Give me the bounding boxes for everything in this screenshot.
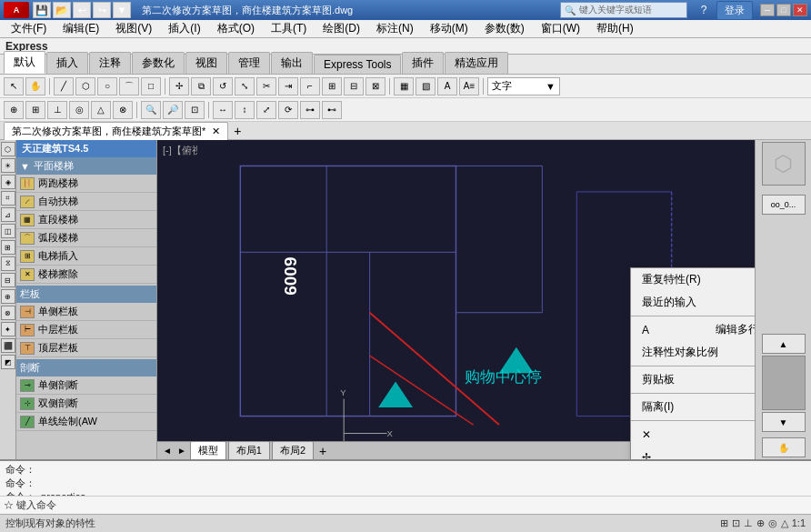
right-scroll-up[interactable]: ▲ [762, 334, 806, 354]
tab-express-tools[interactable]: Express Tools [314, 55, 401, 74]
menu-insert[interactable]: 插入(I) [161, 19, 207, 38]
tb2-extra5[interactable]: ⊶ [300, 101, 320, 119]
left-icon-2[interactable]: ☀ [1, 158, 15, 173]
tb-rotate[interactable]: ↺ [213, 77, 233, 95]
qa-undo[interactable]: ↪ [93, 2, 111, 18]
tb2-grid[interactable]: ⊞ [25, 101, 45, 119]
tb-select[interactable]: ↖ [4, 77, 24, 95]
tab-insert[interactable]: 插入 [46, 52, 88, 74]
menu-window[interactable]: 窗口(W) [534, 19, 587, 38]
tab-view[interactable]: 视图 [185, 52, 227, 74]
add-layout-button[interactable]: + [319, 444, 326, 458]
login-button[interactable]: 登录 [716, 1, 753, 20]
tb2-otrack[interactable]: ⊗ [113, 101, 133, 119]
tb-copy[interactable]: ⧉ [191, 77, 211, 95]
ctx-delete[interactable]: ✕ 删除 [631, 423, 755, 446]
model-tab-model[interactable]: 模型 [190, 441, 226, 459]
right-btn-1[interactable]: oo_0... [762, 195, 806, 215]
status-icon-1[interactable]: ⊞ [720, 517, 728, 529]
left-icon-12[interactable]: ✦ [1, 322, 15, 336]
qa-open[interactable]: 📂 [53, 2, 71, 18]
tb-trim[interactable]: ✂ [256, 77, 276, 95]
status-icon-6[interactable]: △ [781, 517, 788, 529]
tab-featured[interactable]: 精选应用 [445, 52, 508, 74]
tb-extend[interactable]: ⇥ [278, 77, 298, 95]
left-icon-11[interactable]: ⊗ [1, 306, 15, 320]
qa-dropdown[interactable]: ▼ [113, 2, 131, 18]
status-icon-4[interactable]: ⊕ [756, 517, 765, 529]
left-item-top-rail[interactable]: ⊤ 顶层栏板 [16, 339, 156, 357]
qa-save[interactable]: ↩ [73, 2, 91, 18]
left-icon-8[interactable]: ⧖ [1, 256, 15, 271]
model-tab-next[interactable]: ► [175, 446, 188, 456]
doc-tab-main[interactable]: 第二次修改方案草图，商住楼建筑方案草图* ✕ [4, 122, 228, 140]
left-item-single-cut[interactable]: ⊸ 单侧剖断 [16, 376, 156, 395]
left-icon-1[interactable]: ⬡ [1, 142, 15, 156]
tb2-ortho[interactable]: ⊥ [47, 101, 67, 119]
restore-button[interactable]: □ [776, 4, 791, 16]
help-icon[interactable]: ? [695, 3, 713, 17]
tab-parametric[interactable]: 参数化 [132, 52, 185, 74]
left-icon-7[interactable]: ⊞ [1, 240, 15, 255]
tb-mirror[interactable]: ⊠ [365, 77, 385, 95]
left-icon-5[interactable]: ⊿ [1, 207, 15, 222]
ctx-recent-input[interactable]: 最近的输入 ▶ [631, 291, 755, 314]
tb-array[interactable]: ⊟ [344, 77, 364, 95]
tb-arc[interactable]: ⌒ [119, 77, 139, 95]
menu-edit[interactable]: 编辑(E) [55, 19, 106, 38]
qa-new[interactable]: 💾 [33, 2, 51, 18]
menu-draw[interactable]: 绘图(D) [315, 19, 367, 38]
tab-manage[interactable]: 管理 [228, 52, 270, 74]
menu-param[interactable]: 参数(数) [477, 19, 532, 38]
tab-annotation[interactable]: 注释 [89, 52, 131, 74]
tb2-zoom-fit[interactable]: ⊡ [185, 101, 205, 119]
right-pan-btn[interactable]: ✋ [762, 437, 806, 457]
tb-line[interactable]: ╱ [54, 77, 74, 95]
tb2-zoom-out[interactable]: 🔎 [163, 101, 183, 119]
left-item-single-line[interactable]: ╱ 单线绘制(AW [16, 413, 156, 431]
status-icon-2[interactable]: ⊡ [732, 517, 740, 529]
command-input[interactable] [60, 500, 807, 511]
left-icon-6[interactable]: ◫ [1, 224, 15, 238]
right-scroll-handle[interactable] [762, 356, 806, 410]
menu-format[interactable]: 格式(O) [210, 19, 262, 38]
view-cube[interactable]: ⬡ [762, 142, 806, 186]
minimize-button[interactable]: ─ [760, 4, 775, 16]
add-tab-button[interactable]: + [234, 124, 241, 138]
left-icon-4[interactable]: ⌗ [1, 191, 15, 206]
left-icon-10[interactable]: ⊕ [1, 289, 15, 304]
tb2-snap[interactable]: ⊕ [4, 101, 24, 119]
tb2-polar[interactable]: ◎ [69, 101, 89, 119]
tb-hatch[interactable]: ▦ [394, 77, 414, 95]
menu-tools[interactable]: 工具(T) [264, 19, 314, 38]
ctx-edit-mtext[interactable]: A 编辑多行文字(I)... [631, 318, 755, 341]
tb2-osnap[interactable]: △ [91, 101, 111, 119]
search-bar[interactable]: 🔍 键入关键字或短语 [560, 2, 687, 18]
menu-view[interactable]: 视图(V) [108, 19, 159, 38]
tab-default[interactable]: 默认 [4, 51, 45, 74]
tb2-zoom-in[interactable]: 🔍 [141, 101, 161, 119]
tb-move[interactable]: ✢ [169, 77, 189, 95]
tb-fillet[interactable]: ⌐ [300, 77, 320, 95]
tb-mtext[interactable]: A≡ [459, 77, 479, 95]
status-icon-7[interactable]: 1:1 [792, 517, 806, 529]
tb2-extra2[interactable]: ↕ [235, 101, 255, 119]
menu-file[interactable]: 文件(F) [4, 19, 54, 38]
tb-polyline[interactable]: ⬡ [75, 77, 95, 95]
tb2-extra6[interactable]: ⊷ [322, 101, 342, 119]
doc-tab-close[interactable]: ✕ [212, 125, 220, 136]
menu-move[interactable]: 移动(M) [423, 19, 476, 38]
left-icon-3[interactable]: ◈ [1, 175, 15, 189]
model-tab-prev[interactable]: ◄ [161, 446, 174, 456]
left-item-straight-stair[interactable]: ▦ 直段楼梯 [16, 211, 156, 229]
close-button[interactable]: ✕ [793, 4, 807, 16]
model-tab-layout1[interactable]: 布局1 [228, 441, 270, 459]
left-item-double-cut[interactable]: ⊹ 双侧剖断 [16, 395, 156, 413]
tab-plugin[interactable]: 插件 [402, 52, 444, 74]
ctx-clipboard[interactable]: 剪贴板 ▶ [631, 368, 755, 391]
tb2-extra3[interactable]: ⤢ [256, 101, 276, 119]
tb-offset[interactable]: ⊞ [322, 77, 342, 95]
ctx-isolate[interactable]: 隔离(I) ▶ [631, 396, 755, 418]
tb-gradient[interactable]: ▧ [416, 77, 436, 95]
ctx-repeat[interactable]: 重复特性(R) [631, 268, 755, 291]
